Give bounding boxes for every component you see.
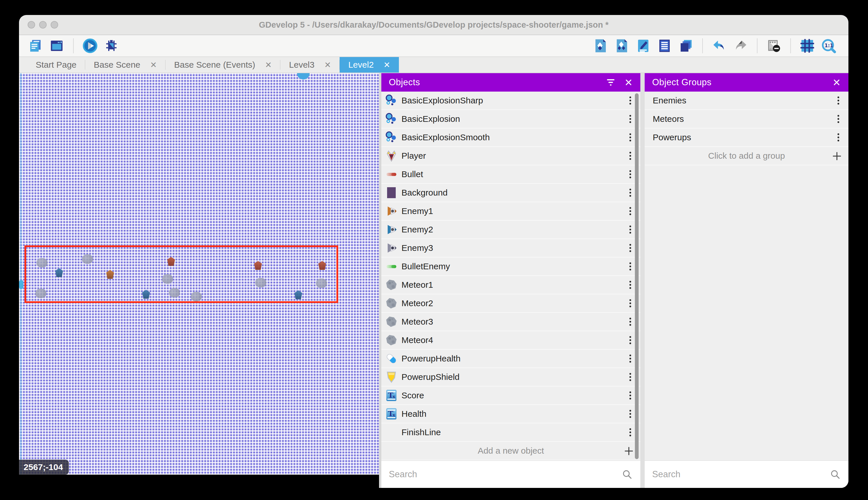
object-row-basicexplosionsharp[interactable]: BasicExplosionSharp bbox=[381, 92, 640, 110]
meteor-instance[interactable] bbox=[169, 288, 180, 297]
object-row-background[interactable]: Background bbox=[381, 184, 640, 202]
object-row-basicexplosion[interactable]: BasicExplosion bbox=[381, 110, 640, 128]
object-name: BulletEnemy bbox=[401, 262, 620, 271]
enemy-red-instance[interactable] bbox=[167, 257, 175, 266]
objects-scrollbar[interactable] bbox=[635, 93, 638, 459]
filter-icon[interactable] bbox=[607, 79, 614, 86]
toolbar-divider bbox=[702, 38, 703, 53]
panel-divider-2[interactable] bbox=[640, 73, 645, 488]
enemy-orange-instance[interactable] bbox=[106, 270, 114, 279]
tab-close-icon[interactable]: ✕ bbox=[384, 60, 390, 70]
layers-icon bbox=[678, 38, 694, 54]
objects-panel-close-icon[interactable] bbox=[624, 78, 633, 87]
meteor-instance[interactable] bbox=[162, 274, 173, 284]
object-groups-list: EnemiesMeteorsPowerups bbox=[645, 92, 848, 147]
object-name: Background bbox=[401, 188, 620, 197]
tab-base-scene-events-[interactable]: Base Scene (Events)✕ bbox=[165, 57, 280, 72]
add-group-row[interactable]: Click to add a group bbox=[645, 147, 848, 165]
object-row-score[interactable]: TxScore bbox=[381, 387, 640, 405]
kebab-menu-icon[interactable] bbox=[828, 115, 848, 123]
tab-start-page[interactable]: Start Page bbox=[27, 57, 85, 72]
zoom-1-1-button[interactable]: 1:1 bbox=[820, 37, 837, 54]
undo-button[interactable] bbox=[711, 37, 728, 54]
tab-level3[interactable]: Level3✕ bbox=[280, 57, 340, 72]
kebab-menu-icon[interactable] bbox=[828, 133, 848, 141]
plus-icon[interactable] bbox=[623, 445, 635, 458]
scene-editor-column: 2567;-104 bbox=[19, 73, 379, 488]
play-button[interactable] bbox=[82, 37, 98, 54]
plus-icon[interactable] bbox=[831, 150, 843, 163]
kebab-menu-icon[interactable] bbox=[828, 96, 848, 104]
enemy-blue-instance[interactable] bbox=[142, 290, 150, 299]
project-manager-button[interactable] bbox=[27, 37, 44, 54]
object-name: Enemy3 bbox=[401, 243, 620, 253]
enemy1-icon bbox=[381, 205, 401, 217]
mask-toggle-button[interactable] bbox=[765, 37, 782, 54]
canvas-scrollbar-thumb[interactable] bbox=[19, 280, 23, 289]
tab-base-scene[interactable]: Base Scene✕ bbox=[85, 57, 165, 72]
meteor-instance[interactable] bbox=[316, 279, 327, 288]
background-icon bbox=[381, 186, 401, 199]
redo-button[interactable] bbox=[732, 37, 749, 54]
object-groups-panel-close-icon[interactable] bbox=[832, 78, 841, 87]
instances-list-button[interactable] bbox=[656, 37, 673, 54]
groups-search-input[interactable] bbox=[652, 469, 830, 479]
enemy-red-instance[interactable] bbox=[318, 261, 326, 270]
preview-window-button[interactable] bbox=[48, 37, 65, 54]
object-row-enemy3[interactable]: Enemy3 bbox=[381, 239, 640, 258]
zoom-1-1-icon: 1:1 bbox=[821, 38, 836, 54]
group-row-powerups[interactable]: Powerups bbox=[645, 128, 848, 147]
object-groups-panel: Object Groups EnemiesMeteorsPowerups Cli… bbox=[645, 73, 848, 488]
object-row-bulletenemy[interactable]: BulletEnemy bbox=[381, 258, 640, 276]
properties-button[interactable] bbox=[635, 37, 652, 54]
tab-close-icon[interactable]: ✕ bbox=[150, 60, 157, 70]
meteor-instance[interactable] bbox=[35, 288, 46, 298]
scene-canvas[interactable]: 2567;-104 bbox=[19, 73, 379, 475]
object-row-poweruphealth[interactable]: PowerupHealth bbox=[381, 350, 640, 368]
properties-icon bbox=[635, 38, 651, 54]
object-name: PowerupHealth bbox=[401, 354, 620, 363]
tab-level2[interactable]: Level2✕ bbox=[340, 57, 399, 72]
tab-close-icon[interactable]: ✕ bbox=[265, 60, 272, 70]
undo-icon bbox=[712, 38, 727, 54]
group-name: Powerups bbox=[645, 133, 828, 142]
object-name: BasicExplosion bbox=[401, 114, 620, 124]
objects-editor-button[interactable] bbox=[592, 37, 609, 54]
tab-close-icon[interactable]: ✕ bbox=[324, 60, 331, 70]
object-row-player[interactable]: Player bbox=[381, 147, 640, 165]
object-row-enemy1[interactable]: Enemy1 bbox=[381, 202, 640, 220]
object-row-meteor1[interactable]: Meteor1 bbox=[381, 276, 640, 294]
panel-divider[interactable] bbox=[379, 73, 381, 488]
layers-button[interactable] bbox=[678, 37, 694, 54]
text-icon: Tx bbox=[381, 389, 401, 402]
meteor-instance[interactable] bbox=[37, 258, 47, 268]
object-row-basicexplosionsmooth[interactable]: BasicExplosionSmooth bbox=[381, 128, 640, 147]
object-row-enemy2[interactable]: Enemy2 bbox=[381, 220, 640, 239]
object-row-bullet[interactable]: Bullet bbox=[381, 165, 640, 184]
object-name: Bullet bbox=[401, 169, 620, 179]
debug-button[interactable] bbox=[103, 37, 120, 54]
object-row-powerupshield[interactable]: PowerupShield bbox=[381, 368, 640, 387]
object-row-meteor4[interactable]: Meteor4 bbox=[381, 331, 640, 350]
object-row-health[interactable]: TxHealth bbox=[381, 405, 640, 423]
group-row-meteors[interactable]: Meteors bbox=[645, 110, 848, 128]
svg-text:x: x bbox=[392, 412, 396, 418]
player-icon bbox=[381, 149, 401, 162]
object-row-meteor3[interactable]: Meteor3 bbox=[381, 313, 640, 331]
enemy-red-instance[interactable] bbox=[254, 261, 262, 270]
grid-button[interactable] bbox=[799, 37, 816, 54]
canvas-vertical-scrollbar[interactable] bbox=[20, 73, 22, 475]
tab-bar: Start PageBase Scene✕Base Scene (Events)… bbox=[19, 57, 848, 73]
enemy-blue-instance[interactable] bbox=[294, 290, 302, 299]
object-row-meteor2[interactable]: Meteor2 bbox=[381, 294, 640, 313]
object-row-finishline[interactable]: FinishLine bbox=[381, 423, 640, 442]
meteor-instance[interactable] bbox=[82, 254, 93, 264]
svg-text:x: x bbox=[392, 394, 396, 399]
object-groups-button[interactable] bbox=[613, 37, 630, 54]
meteor-instance[interactable] bbox=[255, 278, 266, 287]
objects-search-input[interactable] bbox=[389, 469, 621, 479]
add-object-row[interactable]: Add a new object bbox=[381, 442, 640, 460]
group-row-enemies[interactable]: Enemies bbox=[645, 92, 848, 110]
meteor-instance[interactable] bbox=[191, 292, 202, 301]
enemy-blue-instance[interactable] bbox=[55, 268, 63, 277]
